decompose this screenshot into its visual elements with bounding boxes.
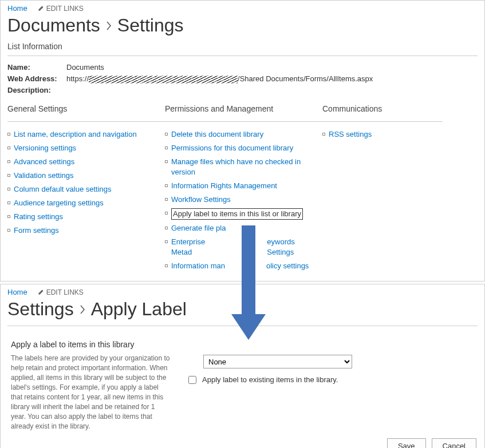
crumb-documents: Documents: [7, 15, 100, 36]
divider: [322, 121, 443, 122]
settings-link[interactable]: eywords Settings: [267, 237, 322, 257]
settings-link[interactable]: Form settings: [14, 225, 59, 236]
settings-link[interactable]: Generate file pla: [171, 223, 226, 233]
bullet-icon: [7, 215, 10, 218]
settings-link[interactable]: Audience targeting settings: [14, 198, 104, 208]
bullet-icon: [7, 146, 10, 149]
settings-link[interactable]: Rating settings: [14, 212, 63, 222]
settings-link[interactable]: Validation settings: [14, 171, 74, 181]
bullet-icon: [165, 133, 168, 136]
bullet-icon: [165, 146, 168, 149]
bullet-icon: [7, 188, 10, 191]
home-link[interactable]: Home: [7, 4, 27, 13]
bullet-icon: [7, 201, 10, 204]
communications-col: Communications RSS settings: [322, 104, 443, 273]
permissions-heading: Permissions and Management: [165, 104, 322, 121]
top-nav: Home EDIT LINKS: [1, 284, 484, 296]
breadcrumb-title: Settings Apply Label: [1, 296, 484, 326]
bullet-icon: [7, 174, 10, 177]
breadcrumb-title: Documents Settings: [1, 13, 484, 42]
settings-link[interactable]: Versioning settings: [14, 143, 76, 153]
list-info-heading: List Information: [1, 42, 484, 55]
edit-links-label: EDIT LINKS: [46, 5, 84, 13]
documents-settings-panel: Home EDIT LINKS Documents Settings List …: [0, 0, 485, 282]
list-item: Information manolicy settings: [165, 259, 322, 273]
bullet-icon: [7, 160, 10, 163]
crumb-apply-label: Apply Label: [91, 299, 187, 320]
redacted-url-segment: [89, 76, 238, 84]
settings-link[interactable]: Column default value settings: [14, 184, 112, 195]
pencil-icon: [38, 289, 44, 295]
help-title: Apply a label to items in this library: [11, 340, 171, 349]
list-item: Permissions for this document library: [165, 141, 322, 155]
name-label: Name:: [7, 62, 62, 73]
crumb-settings: Settings: [117, 15, 184, 36]
divider: [7, 121, 165, 122]
settings-link[interactable]: Advanced settings: [14, 157, 74, 167]
settings-link[interactable]: List name, description and navigation: [14, 129, 137, 140]
list-info-block: Name: Documents Web Address: https:///Sh…: [1, 62, 484, 104]
divider: [165, 121, 322, 122]
help-description: The labels here are provided by your org…: [11, 354, 171, 431]
label-select[interactable]: None: [203, 355, 352, 368]
bullet-icon: [165, 160, 168, 163]
settings-link[interactable]: Enterprise Metad: [171, 237, 227, 257]
settings-link[interactable]: Permissions for this document library: [171, 143, 293, 153]
settings-link[interactable]: Delete this document library: [171, 129, 263, 140]
chevron-right-icon: [106, 21, 112, 30]
list-item: Audience targeting settings: [7, 196, 165, 210]
list-item: Rating settings: [7, 210, 165, 224]
list-item: Validation settings: [7, 169, 165, 183]
settings-link[interactable]: olicy settings: [266, 261, 309, 271]
web-address-label: Web Address:: [7, 73, 62, 85]
bullet-icon: [165, 184, 168, 187]
list-item: Column default value settings: [7, 183, 165, 196]
general-settings-col: General Settings List name, description …: [7, 104, 165, 273]
bullet-icon: [7, 229, 10, 232]
list-item: Form settings: [7, 224, 165, 237]
settings-link[interactable]: Information Rights Management: [171, 181, 277, 191]
settings-link[interactable]: Manage files which have no checked in ve…: [171, 157, 322, 177]
list-item: List name, description and navigation: [7, 128, 165, 141]
edit-links-button[interactable]: EDIT LINKS: [38, 5, 84, 13]
list-item: RSS settings: [322, 128, 443, 141]
divider: [7, 326, 478, 326]
bullet-icon: [165, 227, 168, 229]
settings-link[interactable]: Workflow Settings: [171, 195, 231, 205]
pencil-icon: [38, 5, 44, 11]
list-item: Workflow Settings: [165, 193, 322, 207]
communications-heading: Communications: [322, 104, 443, 121]
home-link[interactable]: Home: [7, 288, 27, 296]
crumb-settings: Settings: [7, 299, 74, 320]
name-value: Documents: [66, 62, 104, 73]
apply-existing-checkbox[interactable]: [188, 376, 196, 384]
bullet-icon: [165, 240, 168, 243]
list-item: Enterprise Metadeywords Settings: [165, 235, 322, 259]
list-item: Versioning settings: [7, 141, 165, 155]
edit-links-button[interactable]: EDIT LINKS: [38, 288, 84, 296]
settings-link[interactable]: RSS settings: [329, 129, 372, 140]
settings-link[interactable]: Information man: [171, 261, 225, 271]
settings-link[interactable]: Apply label to items in this list or lib…: [171, 208, 303, 220]
web-address-value: https:///Shared Documents/Forms/AllItems…: [66, 73, 373, 85]
divider: [7, 55, 478, 56]
bullet-icon: [165, 264, 168, 267]
cancel-button[interactable]: Cancel: [432, 438, 476, 448]
bullet-icon: [165, 198, 168, 201]
list-item: Information Rights Management: [165, 179, 322, 193]
list-item: Advanced settings: [7, 155, 165, 169]
chevron-right-icon: [80, 305, 85, 314]
bullet-icon: [7, 133, 10, 136]
apply-label-panel: Home EDIT LINKS Settings Apply Label App…: [0, 284, 485, 448]
description-label: Description:: [7, 85, 62, 96]
list-item: Apply label to items in this list or lib…: [165, 207, 322, 221]
bullet-icon: [165, 212, 168, 215]
list-item: Manage files which have no checked in ve…: [165, 155, 322, 179]
top-nav: Home EDIT LINKS: [1, 1, 484, 13]
list-item: Delete this document library: [165, 128, 322, 141]
apply-existing-label: Apply label to existing items in the lib…: [202, 375, 338, 384]
help-text-block: Apply a label to items in this library T…: [11, 340, 171, 431]
edit-links-label: EDIT LINKS: [46, 288, 84, 296]
save-button[interactable]: Save: [387, 438, 426, 448]
permissions-col: Permissions and Management Delete this d…: [165, 104, 322, 273]
